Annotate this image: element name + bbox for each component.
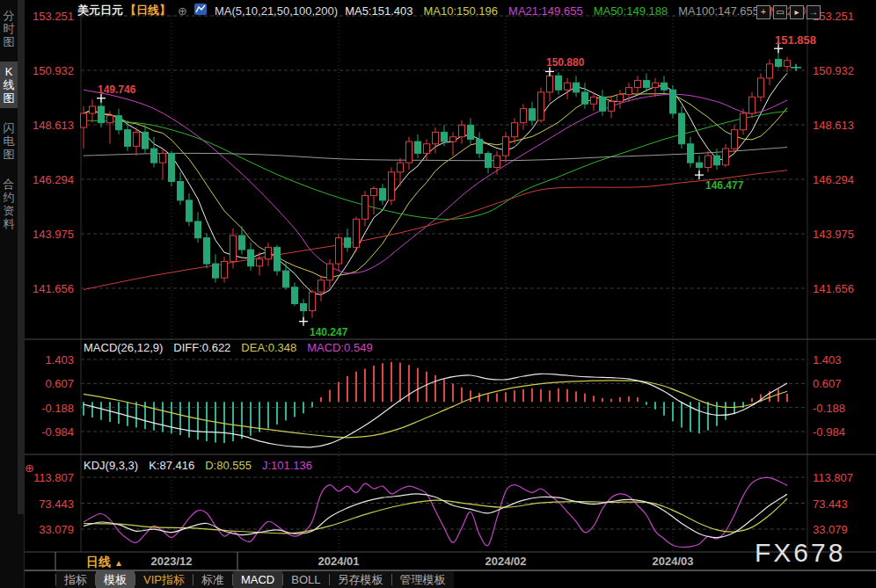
price-axis-label-left: 148.613 [26,119,74,132]
sidebar-item-0[interactable]: 分 时 图 [0,5,18,52]
price-annotation: 140.247 [310,326,347,338]
macd-legend-item-0: DIFF:0.622 [173,341,230,354]
export-icon[interactable]: → [807,5,821,19]
date-axis-label: 2024/02 [485,555,527,568]
tab-4[interactable]: MACD [233,571,282,588]
tab-6[interactable]: 另存模板 [330,571,391,588]
period-arrow-icon: ▲ [114,558,123,568]
sidebar-item-1[interactable]: K 线 图 [0,62,18,108]
macd-axis-label-right: -0.984 [813,425,845,439]
chart-app: 分 时 图K 线 图闪 电 图合 约 资 料 美元日元【日线】 ⊕ MA(5,1… [0,0,876,588]
macd-axis-label-left: -0.188 [26,402,74,415]
kdj-header: KDJ(9,3,3) K:87.416D:80.555J:101.136 [84,459,312,472]
date-axis-label: 2023/12 [151,555,193,568]
sidebar-item-2[interactable]: 闪 电 图 [0,118,18,164]
tab-2[interactable]: VIP指标 [135,571,193,588]
kdj-settings-icon[interactable]: ⊕ [25,461,34,475]
price-axis-label-right: 148.613 [813,119,854,132]
add-indicator-icon[interactable]: ⊕ [178,4,187,18]
macd-axis-label-left: -0.984 [26,425,74,439]
kdj-legend-item-2: J:101.136 [262,459,312,472]
kdj-legend-item-1: D:80.555 [205,459,252,472]
kdj-axis-label-left: 73.443 [26,497,74,511]
date-axis-label: 2024/03 [653,555,694,568]
sidebar-item-3[interactable]: 合 约 资 料 [0,174,18,234]
period-selector[interactable]: 日线 ▲ [86,555,123,570]
macd-title: MACD(26,12,9) [84,341,163,354]
ma-legend-item-2: MA21:149.655 [508,4,583,18]
symbol-title: 美元日元 [77,3,123,18]
sidebar: 分 时 图K 线 图闪 电 图合 约 资 料 [0,0,25,588]
chart-toolbar: +▭▸→ [756,5,821,19]
crosshair-icon[interactable]: + [756,5,770,19]
price-axis-label-right: 143.975 [813,228,854,241]
price-axis-label-right: 141.656 [813,282,854,295]
price-annotation: 151.858 [775,33,816,47]
macd-legend-item-1: DEA:0.348 [241,341,296,354]
sidebar-scrollbar[interactable] [18,0,24,514]
kdj-title: KDJ(9,3,3) [84,459,138,472]
price-axis-label-right: 146.294 [813,173,854,186]
mini-chart-icon [194,3,208,18]
kdj-legend: K:87.416D:80.555J:101.136 [149,459,312,472]
macd-legend-item-2: MACD:0.549 [307,341,372,354]
bottom-tab-bar: 指标模板VIP指标标准MACDBOLL另存模板管理模板 [55,571,454,588]
date-axis-label: 2024/01 [318,555,360,568]
tab-1[interactable]: 模板 [96,571,135,588]
price-annotation: 150.880 [546,56,584,69]
ma-legend-item-0: MA5:151.403 [345,4,412,18]
macd-axis-label-right: 0.607 [813,377,842,390]
watermark: FX678 [755,538,845,568]
period-label: 日线 [86,555,111,569]
macd-axis-label-left: 0.607 [26,377,74,390]
macd-axis-label-left: 1.403 [26,353,74,367]
kdj-axis-label-right: 33.079 [813,523,848,536]
price-annotation: 146.477 [705,179,743,192]
price-axis-label-left: 153.251 [26,10,74,23]
tab-7[interactable]: 管理模板 [392,571,454,588]
macd-legend: DIFF:0.622DEA:0.348MACD:0.549 [173,341,372,354]
ma-legend-item-3: MA50:149.188 [594,4,668,18]
price-axis-label-left: 141.656 [26,282,74,295]
chart-header: 美元日元【日线】 ⊕ MA(5,10,21,50,100,200) MA5:15… [77,3,809,18]
kdj-legend-item-0: K:87.416 [149,459,194,472]
kdj-axis-label-left: 33.079 [26,523,74,536]
period-tag: 【日线】 [125,3,171,18]
tab-5[interactable]: BOLL [283,571,328,588]
scale-icon[interactable]: ▭ [773,5,787,19]
ma-legend-item-1: MA10:150.196 [423,4,498,18]
tab-0[interactable]: 指标 [56,571,95,588]
price-annotation: 149.746 [98,83,135,96]
macd-axis-label-right: -0.188 [813,402,845,415]
ma-legend-item-4: MA100:147.655 [678,4,759,18]
ma-legend: MA5:151.403MA10:150.196MA21:149.655MA50:… [345,4,809,18]
macd-axis-label-right: 1.403 [813,353,842,367]
tab-3[interactable]: 标准 [193,571,232,588]
price-axis-label-left: 143.975 [26,228,74,241]
price-axis-label-left: 146.294 [26,173,74,186]
ma-params-label: MA(5,10,21,50,100,200) [215,4,338,18]
price-axis-label-left: 150.932 [26,64,74,77]
kdj-axis-label-right: 73.443 [813,497,848,511]
indicator-icon[interactable]: ▸ [790,5,804,19]
kdj-axis-label-right: 113.807 [813,471,853,484]
macd-header: MACD(26,12,9) DIFF:0.622DEA:0.348MACD:0.… [84,341,373,354]
price-axis-label-right: 150.932 [813,64,854,77]
